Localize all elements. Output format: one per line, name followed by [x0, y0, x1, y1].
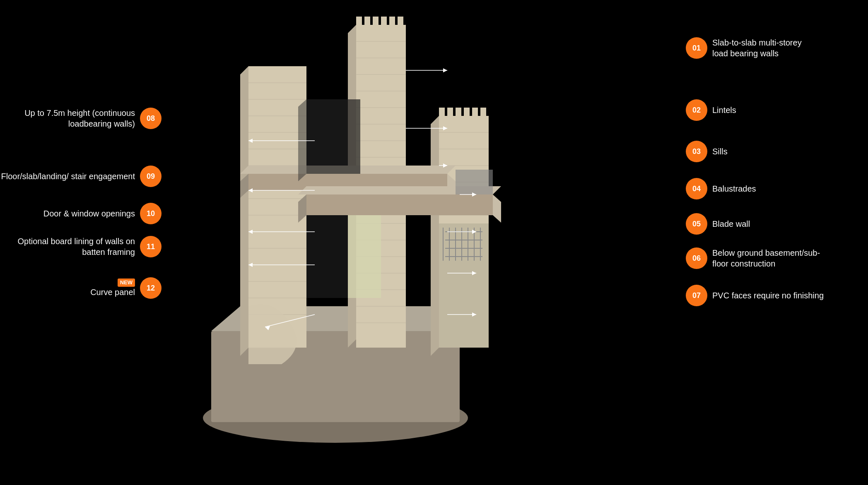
- label-09: 09 Floor/slab/landing/ stair engagement: [0, 166, 162, 187]
- badge-04: 04: [686, 178, 707, 199]
- label-12: 12 NEW Curve panel: [0, 277, 162, 299]
- label-10: 10 Door & window openings: [0, 203, 162, 224]
- label-01: 01 Slab-to-slab multi-storeyload bearing…: [686, 37, 868, 59]
- label-text-12: NEW Curve panel: [90, 279, 135, 298]
- svg-rect-76: [306, 99, 360, 174]
- svg-rect-48: [439, 108, 445, 120]
- badge-01: 01: [686, 37, 707, 59]
- label-text-01: Slab-to-slab multi-storeyload bearing wa…: [712, 37, 802, 59]
- page-container: 08 Up to 7.5m height (continuous loadbea…: [0, 0, 868, 485]
- svg-rect-53: [480, 108, 486, 120]
- svg-rect-79: [348, 215, 381, 298]
- svg-rect-80: [439, 223, 489, 348]
- badge-06: 06: [686, 247, 707, 269]
- label-text-03: Sills: [712, 146, 728, 157]
- label-text-07: PVC faces require no finishing: [712, 290, 824, 301]
- building-illustration: [157, 17, 580, 468]
- label-08: 08 Up to 7.5m height (continuous loadbea…: [0, 108, 162, 129]
- svg-marker-73: [493, 194, 501, 223]
- svg-rect-21: [356, 17, 362, 29]
- svg-rect-78: [306, 215, 348, 298]
- svg-rect-49: [447, 108, 453, 120]
- svg-rect-24: [381, 17, 387, 29]
- svg-rect-52: [472, 108, 478, 120]
- label-text-08: Up to 7.5m height (continuous loadbearin…: [0, 108, 135, 129]
- right-labels-container: 01 Slab-to-slab multi-storeyload bearing…: [686, 0, 868, 485]
- label-text-09: Floor/slab/landing/ stair engagement: [1, 171, 135, 182]
- svg-marker-77: [298, 99, 306, 181]
- label-text-04: Balustrades: [712, 183, 756, 194]
- svg-marker-104: [443, 68, 447, 72]
- badge-09: 09: [140, 166, 162, 187]
- label-11: 11 Optional board lining of walls on bat…: [0, 236, 162, 257]
- badge-11: 11: [140, 236, 162, 257]
- svg-rect-50: [456, 108, 461, 120]
- badge-02: 02: [686, 99, 707, 121]
- svg-rect-25: [389, 17, 395, 29]
- badge-05: 05: [686, 213, 707, 235]
- badge-10: 10: [140, 203, 162, 224]
- label-04: 04 Balustrades: [686, 178, 868, 199]
- svg-marker-19: [240, 66, 248, 356]
- svg-rect-26: [398, 17, 403, 29]
- label-05: 05 Blade wall: [686, 213, 868, 235]
- new-badge: NEW: [118, 279, 135, 287]
- label-07: 07 PVC faces require no finishing: [686, 285, 868, 306]
- label-text-05: Blade wall: [712, 218, 750, 229]
- label-06: 06 Below ground basement/sub-floor const…: [686, 247, 868, 269]
- badge-08: 08: [140, 108, 162, 129]
- label-text-02: Lintels: [712, 105, 736, 115]
- svg-marker-47: [431, 116, 439, 356]
- label-text-10: Door & window openings: [43, 208, 135, 219]
- svg-rect-22: [364, 17, 370, 29]
- badge-03: 03: [686, 141, 707, 162]
- badge-07: 07: [686, 285, 707, 306]
- badge-12: 12: [140, 277, 162, 299]
- label-03: 03 Sills: [686, 141, 868, 162]
- svg-rect-51: [464, 108, 470, 120]
- label-text-06: Below ground basement/sub-floor construc…: [712, 247, 820, 269]
- svg-rect-23: [373, 17, 379, 29]
- left-labels-container: 08 Up to 7.5m height (continuous loadbea…: [0, 0, 162, 485]
- label-02: 02 Lintels: [686, 99, 868, 121]
- svg-rect-71: [306, 194, 493, 215]
- label-text-11: Optional board lining of walls on batten…: [0, 236, 135, 257]
- svg-rect-75: [456, 170, 493, 194]
